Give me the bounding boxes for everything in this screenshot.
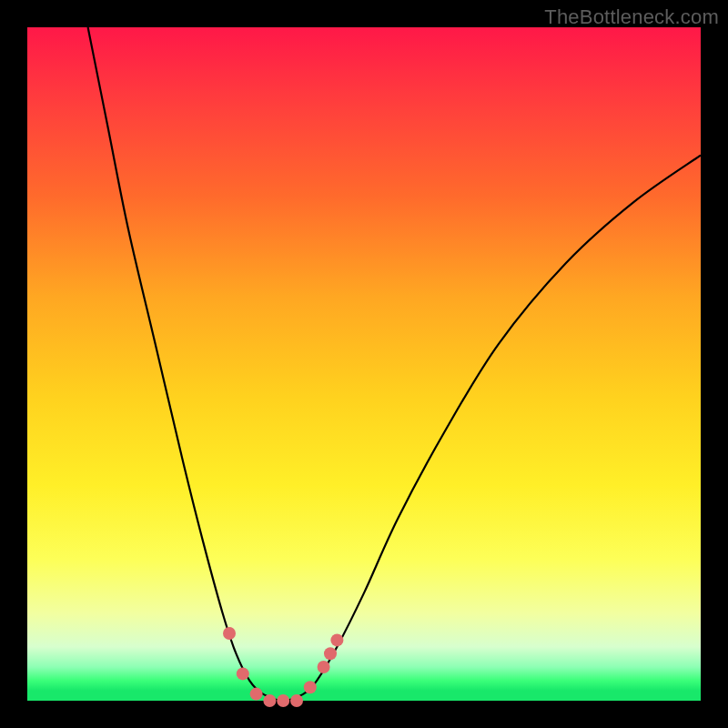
curve-marker	[263, 694, 276, 707]
curve-marker	[324, 647, 337, 660]
chart-svg	[27, 27, 701, 701]
chart-frame: TheBottleneck.com	[0, 0, 728, 728]
curve-marker	[330, 633, 343, 646]
curve-marker	[304, 681, 317, 693]
curve-marker	[223, 627, 236, 640]
curve-marker	[250, 688, 263, 701]
watermark-text: TheBottleneck.com	[544, 5, 719, 29]
curve-marker	[277, 694, 289, 707]
curve-marker	[237, 667, 249, 680]
bottleneck-curve	[88, 27, 701, 701]
curve-marker	[290, 694, 303, 707]
curve-marker	[318, 661, 330, 673]
chart-plot-area	[27, 27, 701, 701]
